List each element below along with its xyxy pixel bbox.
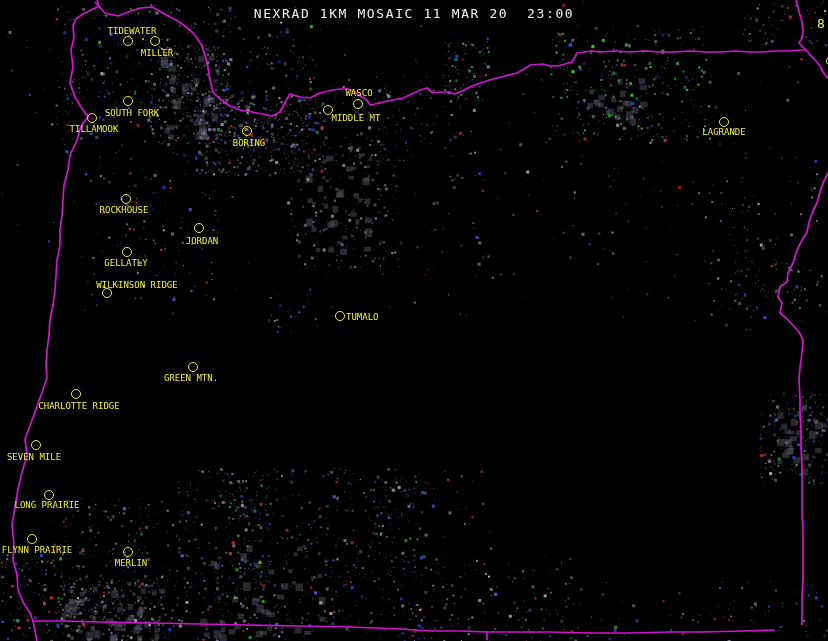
station-marker[interactable] xyxy=(123,547,133,557)
station-marker[interactable] xyxy=(87,113,97,123)
radar-display: TIDEWATERMILLERSOUTH FORKTILLAMOOKWASCOM… xyxy=(0,0,828,641)
station-label: JORDAN xyxy=(186,236,219,246)
station-label: MILLER xyxy=(141,48,174,58)
station-marker[interactable] xyxy=(242,126,252,136)
station-marker[interactable] xyxy=(150,36,160,46)
station-marker[interactable] xyxy=(194,223,204,233)
station-label: WASCO xyxy=(345,88,372,98)
station-marker-layer: TIDEWATERMILLERSOUTH FORKTILLAMOOKWASCOM… xyxy=(0,0,828,641)
station-label: LONG PRAIRIE xyxy=(14,500,79,510)
station-marker[interactable] xyxy=(719,117,729,127)
station-marker[interactable] xyxy=(188,362,198,372)
mosaic-title: NEXRAD 1KM MOSAIC 11 MAR 20 23:00 xyxy=(254,6,575,21)
station-marker[interactable] xyxy=(123,96,133,106)
station-marker[interactable] xyxy=(27,534,37,544)
station-label: TILLAMOOK xyxy=(70,124,119,134)
station-label: GREEN MTN. xyxy=(164,373,218,383)
station-label: GELLATLY xyxy=(104,258,147,268)
station-marker[interactable] xyxy=(71,389,81,399)
station-marker[interactable] xyxy=(335,311,345,321)
station-label: SEVEN MILE xyxy=(7,452,61,462)
station-marker[interactable] xyxy=(121,194,131,204)
station-label: LAGRANDE xyxy=(702,127,745,137)
station-label: SOUTH FORK xyxy=(105,108,159,118)
station-marker[interactable] xyxy=(353,99,363,109)
station-label: TUMALO xyxy=(346,312,379,322)
station-label: BORING xyxy=(233,138,266,148)
station-label: MERLIN xyxy=(115,558,148,568)
station-label: MIDDLE MT xyxy=(332,113,381,123)
station-label: TIDEWATER xyxy=(108,26,157,36)
edge-range-label: 8 xyxy=(817,17,825,30)
station-label: ROCKHOUSE xyxy=(100,205,149,215)
station-marker[interactable] xyxy=(31,440,41,450)
station-marker[interactable] xyxy=(44,490,54,500)
station-marker[interactable] xyxy=(122,247,132,257)
station-label: FLYNN PRAIRIE xyxy=(2,545,72,555)
station-marker[interactable] xyxy=(123,36,133,46)
station-label: WILKINSON RIDGE xyxy=(96,280,177,290)
station-label: CHARLOTTE RIDGE xyxy=(38,401,119,411)
